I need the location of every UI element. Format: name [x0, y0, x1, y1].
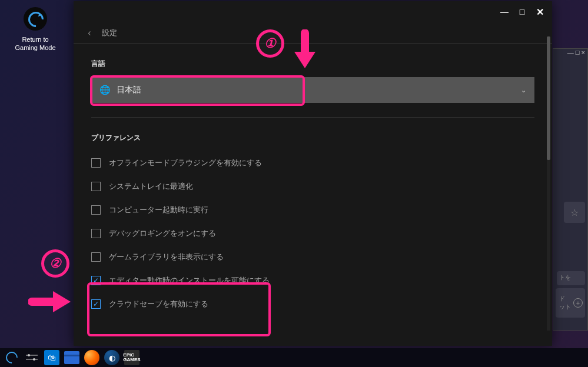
bg-text-fragment: トを	[557, 271, 585, 285]
star-icon[interactable]: ☆	[564, 202, 585, 223]
section-label-preferences: プリファレンス	[91, 133, 534, 143]
preference-label: システムトレイに最適化	[109, 181, 193, 192]
preference-row[interactable]: デバッグロギングをオンにする	[91, 222, 534, 245]
section-label-language: 言語	[91, 59, 534, 69]
preference-row[interactable]: コンピューター起動時に実行	[91, 198, 534, 222]
checkbox[interactable]	[91, 182, 101, 191]
taskbar-firefox[interactable]	[82, 349, 101, 366]
preference-row[interactable]: ゲームライブラリを非表示にする	[91, 245, 534, 269]
divider	[91, 117, 534, 118]
bg-add-button[interactable]: ド ット +	[556, 288, 585, 318]
preference-row[interactable]: システムトレイに最適化	[91, 175, 534, 198]
titlebar: — □ ✕	[74, 1, 552, 22]
preference-label: ゲームライブラリを非表示にする	[109, 252, 224, 262]
page-title: 設定	[102, 28, 117, 38]
annotation-arrow-2	[28, 287, 77, 316]
checkbox[interactable]	[91, 158, 101, 168]
taskbar-store[interactable]: 🛍	[42, 349, 61, 366]
taskbar-epic[interactable]: EPIC GAMES	[122, 349, 141, 366]
checkbox[interactable]	[91, 252, 101, 262]
taskbar-steam[interactable]: ◐	[102, 349, 121, 366]
language-select[interactable]: 🌐 日本語 ⌄	[91, 77, 534, 103]
preference-label: オフラインモードブラウジングを有効にする	[109, 158, 262, 168]
checkbox[interactable]	[91, 205, 101, 215]
preference-label: デバッグロギングをオンにする	[109, 228, 216, 239]
background-window: — □ × ☆ トを リー ド ット +	[553, 48, 588, 331]
maximize-button[interactable]: □	[513, 4, 531, 20]
settings-window: — □ ✕ ‹ 設定 言語 🌐 日本語 ⌄ プリファレンス オフラインモードブラ…	[74, 1, 552, 346]
settings-content: 言語 🌐 日本語 ⌄ プリファレンス オフラインモードブラウジングを有効にするシ…	[74, 44, 552, 346]
minimize-button[interactable]: —	[496, 4, 513, 20]
language-value: 日本語	[117, 85, 141, 95]
desktop-icon-return-gaming[interactable]: Return to Gaming Mode	[12, 5, 59, 52]
preference-label: クラウドセーブを有効にする	[109, 299, 208, 309]
preference-label: コンピューター起動時に実行	[109, 205, 208, 215]
scrollbar-thumb[interactable]	[547, 36, 550, 160]
taskbar: 🛍 ◐ EPIC GAMES	[0, 348, 588, 367]
taskbar-settings[interactable]	[22, 349, 41, 366]
taskbar-return-gaming[interactable]	[2, 349, 21, 366]
scrollbar[interactable]	[547, 36, 550, 331]
globe-icon: 🌐	[99, 85, 111, 95]
checkbox[interactable]: ✓	[91, 299, 101, 309]
preference-row[interactable]: ✓エディター動作時のインストールを可能にする	[91, 269, 534, 292]
taskbar-files[interactable]	[62, 349, 81, 366]
bg-window-controls[interactable]: — □ ×	[567, 49, 585, 56]
preference-label: エディター動作時のインストールを可能にする	[109, 275, 270, 286]
preference-row[interactable]: オフラインモードブラウジングを有効にする	[91, 151, 534, 175]
chevron-down-icon: ⌄	[521, 86, 526, 94]
window-header: ‹ 設定	[74, 22, 552, 44]
preference-row[interactable]: ✓クラウドセーブを有効にする	[91, 292, 534, 316]
annotation-step-2: ②	[41, 249, 69, 278]
close-button[interactable]: ✕	[531, 4, 549, 20]
back-button[interactable]: ‹	[81, 24, 98, 42]
plus-icon: +	[573, 298, 583, 308]
desktop-icon-label: Return to Gaming Mode	[12, 35, 59, 52]
checkbox[interactable]: ✓	[91, 276, 101, 285]
return-icon	[24, 7, 47, 31]
checkbox[interactable]	[91, 229, 101, 238]
